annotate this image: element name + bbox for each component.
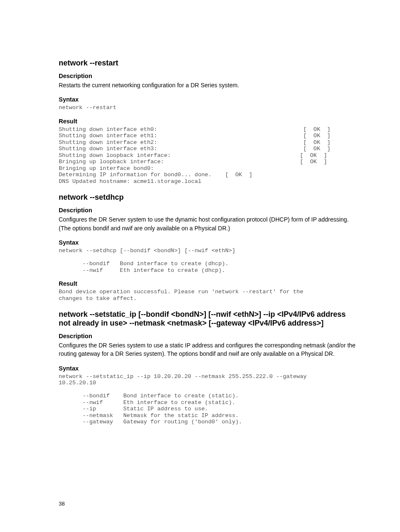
syntax-code: network --setdhcp [--bondif <bondN>] [--…	[59, 248, 358, 274]
section-title: network --setdhcp	[59, 193, 358, 202]
result-code: Shutting down interface eth0: [ OK ] Shu…	[59, 126, 358, 185]
description-text: Configures the DR Server system to use t…	[59, 215, 358, 232]
result-code: Bond device operation successful. Please…	[59, 289, 358, 302]
description-text: Restarts the current networking configur…	[59, 81, 358, 89]
syntax-heading: Syntax	[59, 239, 358, 246]
syntax-heading: Syntax	[59, 365, 358, 372]
syntax-code: network --setstatic_ip --ip 10.20.20.20 …	[59, 373, 358, 425]
description-heading: Description	[59, 207, 358, 214]
result-heading: Result	[59, 118, 358, 125]
syntax-heading: Syntax	[59, 96, 358, 103]
description-heading: Description	[59, 73, 358, 79]
description-text: Configures the DR Series system to use a…	[59, 341, 358, 358]
description-heading: Description	[59, 333, 358, 339]
result-heading: Result	[59, 280, 358, 287]
syntax-code: network --restart	[59, 104, 358, 111]
section-title: network --setstatic_ip [--bondif <bondN>…	[59, 310, 358, 328]
page-number: 38	[59, 501, 65, 507]
section-title: network --restart	[59, 59, 358, 68]
